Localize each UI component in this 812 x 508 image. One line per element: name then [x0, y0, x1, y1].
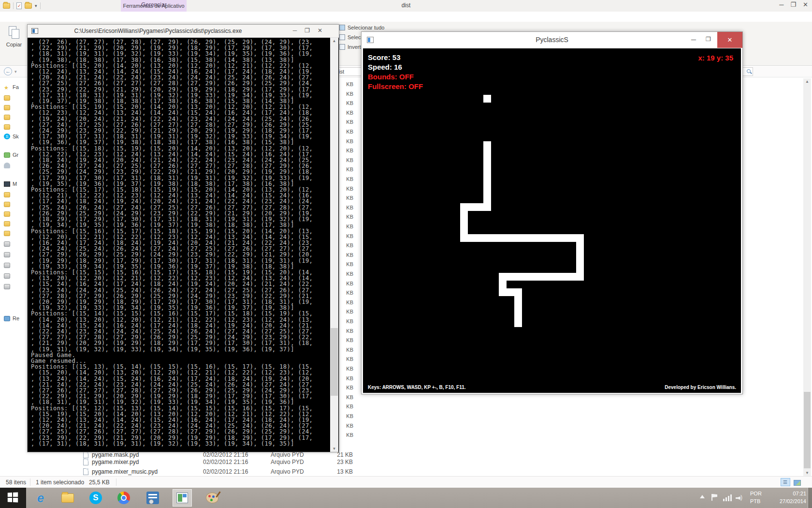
scroll-down-icon[interactable]: ▼	[803, 470, 811, 476]
settings-app-icon[interactable]	[143, 489, 162, 507]
sidebar-item-label: Fa	[13, 84, 19, 90]
minimize-icon[interactable]: ─	[293, 27, 297, 34]
snake-segment	[483, 203, 491, 211]
speed-label: Speed: 16	[368, 63, 402, 71]
keys-help-text: Keys: ARROWS, WASD, KP +-, B, F10, F11.	[368, 385, 466, 390]
sidebar-item[interactable]: Fa	[4, 83, 19, 91]
snake-segment	[537, 234, 545, 242]
file-type: Arquivo PYD	[271, 468, 304, 475]
hidden-icons-chevron-icon[interactable]	[700, 495, 705, 498]
volume-icon[interactable]	[736, 494, 743, 501]
sidebar-item[interactable]	[4, 261, 10, 269]
selection-size: 25,5 KB	[89, 479, 110, 486]
snake-segment	[514, 319, 522, 327]
sidebar-item[interactable]: M	[4, 180, 17, 188]
file-date: 02/02/2012 21:16	[203, 468, 248, 475]
sidebar-item[interactable]: Re	[4, 314, 19, 322]
snake-segment	[561, 234, 568, 242]
console-title: C:\Users\EricsonWillians\Pygames\Pyclass…	[42, 28, 274, 34]
file-date: 02/02/2012 21:16	[203, 451, 248, 458]
game-titlebar[interactable]: PyclassicS ─ ❐ ✕	[362, 32, 742, 48]
snake-segment	[553, 273, 561, 281]
sidebar-item[interactable]	[4, 123, 10, 131]
invert-selection-icon	[339, 44, 345, 50]
file-explorer-icon[interactable]	[58, 489, 77, 507]
file-row[interactable]: pygame.mixer.pyd02/02/2012 21:16Arquivo …	[77, 458, 783, 467]
sidebar-item[interactable]	[4, 104, 10, 111]
sidebar-item[interactable]	[4, 251, 10, 258]
snake-segment	[483, 141, 491, 149]
sidebar-item[interactable]	[4, 94, 10, 102]
sidebar-item[interactable]	[4, 283, 10, 290]
sidebar-item[interactable]	[4, 200, 10, 208]
snake-segment	[468, 203, 476, 211]
ie-icon[interactable]: e	[31, 489, 50, 507]
maximize-icon[interactable]: ❐	[706, 36, 711, 43]
file-name: pygame.mixer_music.pyd	[92, 468, 158, 475]
keyboard-layout[interactable]: PTB	[750, 498, 760, 504]
scroll-up-icon[interactable]: ▲	[330, 38, 338, 44]
folder-icon	[4, 115, 10, 120]
clock-date[interactable]: 27/02/2014	[773, 498, 806, 504]
sidebar-item[interactable]	[4, 229, 10, 237]
sidebar-item[interactable]	[4, 272, 10, 280]
paint-icon[interactable]	[203, 489, 222, 507]
close-icon[interactable]: ✕	[318, 27, 322, 34]
sidebar-item-label: M	[13, 181, 17, 187]
sidebar-item-label: Gr	[13, 152, 18, 158]
clock-time[interactable]: 07:21	[773, 491, 806, 496]
sidebar-item[interactable]	[4, 162, 10, 169]
pygame-app-icon[interactable]	[173, 489, 192, 507]
skype-icon[interactable]: S	[86, 489, 105, 507]
copy-button[interactable]: Copiar	[3, 24, 25, 62]
network-icon	[4, 316, 10, 321]
input-language[interactable]: POR	[750, 491, 762, 496]
sidebar-item[interactable]	[4, 220, 10, 227]
game-window: PyclassicS ─ ❐ ✕ Score: 53 Speed: 16 Bou…	[361, 31, 743, 394]
scroll-up-icon[interactable]: ▲	[803, 78, 811, 85]
scroll-down-icon[interactable]: ▼	[330, 446, 338, 452]
chrome-icon[interactable]	[114, 489, 133, 507]
network-icon[interactable]	[723, 494, 732, 501]
details-view-button[interactable]	[781, 478, 790, 486]
sidebar-item[interactable]: Gr	[4, 151, 18, 159]
tab-gerenciar[interactable]: Gerenciar	[136, 0, 172, 10]
drive-icon	[4, 252, 10, 257]
history-chevron-icon[interactable]: ▾	[14, 69, 17, 74]
back-button[interactable]: ←	[4, 67, 12, 75]
sidebar-item[interactable]	[4, 113, 10, 121]
minimize-icon[interactable]: ─	[779, 1, 783, 8]
sidebar-item[interactable]	[4, 191, 10, 198]
snake-segment	[468, 234, 476, 242]
maximize-icon[interactable]: ❐	[790, 1, 796, 8]
sidebar-item[interactable]	[4, 240, 10, 248]
maximize-icon[interactable]: ❐	[304, 27, 310, 34]
snake-segment	[491, 234, 499, 242]
thumbnails-view-button[interactable]	[792, 478, 801, 486]
file-row[interactable]: pygame.mixer_music.pyd02/02/2012 21:16Ar…	[77, 467, 783, 477]
sidebar-item[interactable]: SSk	[4, 133, 19, 140]
snake-segment	[561, 273, 568, 281]
snake-segment	[545, 273, 553, 281]
console-titlebar[interactable]: C:\Users\EricsonWillians\Pygames\Pyclass…	[28, 25, 339, 38]
show-desktop-button[interactable]	[808, 488, 812, 508]
snake-segment	[576, 265, 584, 273]
snake-segment	[576, 242, 584, 250]
scrollbar-thumb[interactable]	[804, 392, 811, 468]
minimize-icon[interactable]: ─	[691, 36, 696, 44]
action-center-flag-icon[interactable]	[711, 494, 712, 501]
snake-segment	[483, 149, 491, 157]
start-button[interactable]	[0, 488, 26, 508]
close-button[interactable]: ✕	[717, 32, 742, 48]
snake-segment	[499, 273, 507, 281]
console-output: , (27, 26), (27, 27), (27, 28), (27, 29)…	[31, 39, 327, 449]
file-size: 13 KB	[300, 468, 353, 475]
snake-segment	[483, 234, 491, 242]
sidebar-item[interactable]	[4, 210, 10, 218]
select-all-button[interactable]: Selecionar tudo	[339, 24, 402, 31]
console-scrollbar[interactable]: ▲ ▼	[330, 38, 338, 452]
scrollbar-thumb[interactable]	[331, 328, 338, 396]
explorer-scrollbar[interactable]: ▲ ▼	[803, 78, 811, 476]
close-icon[interactable]: ✕	[803, 1, 808, 8]
sidebar-item-label: Sk	[13, 134, 19, 139]
